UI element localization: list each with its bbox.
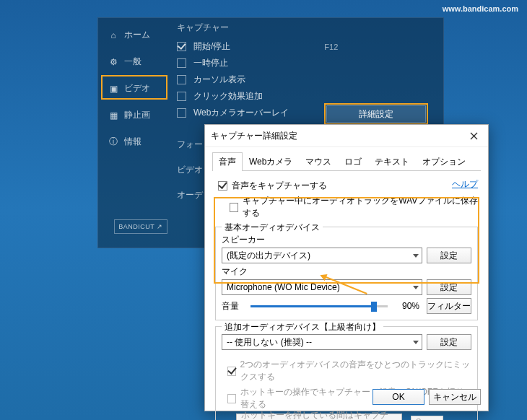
- tab-webcam[interactable]: Webカメラ: [243, 152, 299, 171]
- mic-select[interactable]: Microphone (WO Mic Device): [222, 279, 422, 295]
- sidebar-item-label: ビデオ: [124, 82, 150, 95]
- info-icon: ⓘ: [108, 137, 118, 147]
- image-icon: ▦: [108, 110, 118, 121]
- primary-audio-group: 基本オーディオデバイス スピーカー (既定の出力デバイス) 設定 マイク Mic…: [215, 227, 478, 320]
- format-heading: フォー: [177, 139, 203, 151]
- video-label: ビデオ: [177, 164, 203, 176]
- volume-label: 音量: [222, 300, 243, 312]
- label: 一時停止: [193, 57, 228, 69]
- dialog-tabs: 音声 Webカメラ マウス ロゴ テキスト オプション: [212, 152, 481, 171]
- label: 開始/停止: [193, 40, 230, 53]
- hotkey-key: Space: [411, 416, 443, 420]
- dialog-title: キャプチャー詳細設定: [211, 130, 297, 142]
- group-label: 追加オーディオデバイス【上級者向け】: [222, 321, 383, 333]
- checkbox-icon[interactable]: [177, 42, 186, 51]
- sidebar-item-general[interactable]: ⚙ 一般: [101, 48, 170, 75]
- sidebar-item-label: 情報: [124, 136, 141, 148]
- audio-label: オーデ: [177, 189, 203, 201]
- advanced-settings-button[interactable]: 詳細設定: [326, 105, 426, 123]
- mic-label: マイク: [222, 266, 471, 278]
- help-link[interactable]: ヘルプ: [452, 178, 478, 191]
- speaker-settings-button[interactable]: 設定: [427, 248, 471, 263]
- select-value: Microphone (WO Mic Device): [227, 282, 340, 292]
- checkbox-icon[interactable]: [218, 181, 227, 191]
- watermark: www.bandicam.com: [443, 4, 518, 13]
- secondary-settings-button[interactable]: 設定: [427, 334, 471, 350]
- secondary-audio-group: 追加オーディオデバイス【上級者向け】 -- 使用しない (推奨) -- 設定 2…: [215, 326, 478, 420]
- capture-heading: キャプチャー: [177, 22, 437, 34]
- row-mix-tracks: 2つのオーディオデバイスの音声をひとつのトラックにミックスする: [222, 357, 471, 385]
- secondary-select[interactable]: -- 使用しない (推奨) --: [222, 334, 422, 350]
- checkbox-icon[interactable]: [230, 203, 238, 212]
- label: Webカメラオーバーレイ: [193, 107, 289, 119]
- dialog-titlebar: キャプチャー詳細設定: [205, 125, 488, 147]
- filter-button[interactable]: フィルター: [427, 298, 471, 314]
- hotkey-label: F12: [324, 43, 338, 51]
- checkbox-icon: [227, 394, 236, 403]
- speaker-label: スピーカー: [222, 234, 471, 246]
- checkbox-icon[interactable]: [177, 92, 186, 101]
- hotkey-mode-select: ホットキーを押している間はキャプチャー(録音)する: [236, 414, 402, 420]
- sidebar-item-video[interactable]: ▣ ビデオ: [101, 75, 170, 102]
- select-value: (既定の出力デバイス): [227, 250, 310, 262]
- row-capture-audio[interactable]: 音声をキャプチャーする: [212, 178, 452, 193]
- sidebar-item-info[interactable]: ⓘ 情報: [101, 128, 170, 155]
- sidebar: ⌂ ホーム ⚙ 一般 ▣ ビデオ ▦ 静止画 ⓘ 情報: [101, 22, 170, 155]
- row-pause[interactable]: 一時停止: [177, 55, 437, 71]
- sidebar-item-label: ホーム: [124, 29, 150, 41]
- row-save-wav[interactable]: キャプチャー中にオーディオトラックをWAVファイルに保存する: [212, 193, 481, 221]
- chevron-down-icon: [413, 286, 419, 289]
- label: 2つのオーディオデバイスの音声をひとつのトラックにミックスする: [240, 359, 471, 383]
- chevron-down-icon: [413, 341, 419, 344]
- label: カーソル表示: [193, 74, 245, 86]
- ok-button[interactable]: OK: [373, 389, 424, 405]
- bandicut-link[interactable]: BANDICUT ↗: [114, 219, 167, 234]
- mic-settings-button[interactable]: 設定: [427, 279, 471, 295]
- tab-logo[interactable]: ロゴ: [338, 152, 368, 171]
- checkbox-icon: [227, 367, 236, 376]
- capture-advanced-dialog: キャプチャー詳細設定 音声 Webカメラ マウス ロゴ テキスト オプション ヘ…: [204, 124, 489, 411]
- sidebar-item-image[interactable]: ▦ 静止画: [101, 102, 170, 128]
- checkbox-icon[interactable]: [177, 58, 186, 68]
- row-click-effect[interactable]: クリック効果追加: [177, 88, 437, 105]
- volume-value: 90%: [395, 301, 419, 311]
- row-start-stop[interactable]: 開始/停止 F12: [177, 38, 437, 55]
- select-value: -- 使用しない (推奨) --: [227, 336, 312, 349]
- sidebar-item-label: 一般: [124, 56, 141, 68]
- home-icon: ⌂: [108, 30, 118, 40]
- volume-slider[interactable]: [251, 300, 388, 312]
- speaker-select[interactable]: (既定の出力デバイス): [222, 248, 422, 263]
- row-cursor[interactable]: カーソル表示: [177, 71, 437, 88]
- tab-options[interactable]: オプション: [416, 152, 472, 171]
- tab-text[interactable]: テキスト: [368, 152, 416, 171]
- sidebar-item-label: 静止画: [124, 109, 150, 121]
- close-button[interactable]: [465, 129, 482, 142]
- select-value: ホットキーを押している間はキャプチャー(録音)する: [241, 409, 393, 420]
- gear-icon: ⚙: [108, 57, 118, 67]
- video-icon: ▣: [108, 84, 118, 94]
- slider-thumb[interactable]: [371, 302, 377, 312]
- tab-mouse[interactable]: マウス: [299, 152, 338, 171]
- format-section: フォー ビデオ オーデ: [177, 139, 203, 214]
- dialog-footer: OK キャンセル: [373, 389, 481, 405]
- checkbox-icon[interactable]: [177, 108, 186, 118]
- close-icon: [470, 132, 478, 140]
- cancel-button[interactable]: キャンセル: [429, 389, 481, 405]
- tab-audio[interactable]: 音声: [212, 152, 243, 171]
- checkbox-icon[interactable]: [177, 75, 186, 84]
- group-label: 基本オーディオデバイス: [222, 222, 323, 234]
- label: キャプチャー中にオーディオトラックをWAVファイルに保存する: [243, 195, 481, 219]
- sidebar-item-home[interactable]: ⌂ ホーム: [101, 22, 170, 48]
- label: クリック効果追加: [193, 90, 263, 102]
- chevron-down-icon: [413, 254, 419, 258]
- label: 音声をキャプチャーする: [232, 180, 327, 192]
